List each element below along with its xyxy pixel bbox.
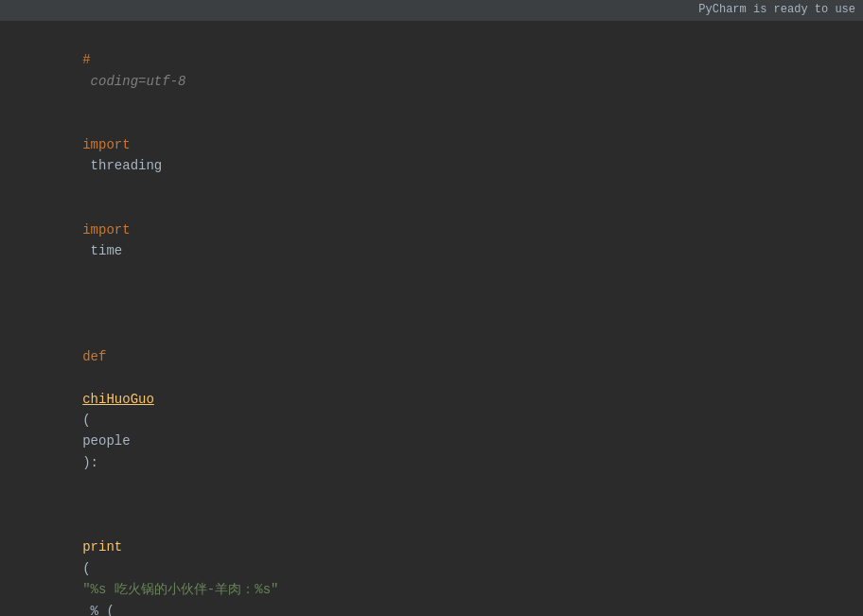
code-line-3: import time (15, 198, 863, 283)
paren-open: ( (82, 413, 90, 428)
hash-symbol: # (82, 52, 90, 67)
indent (82, 519, 114, 534)
code-line-4 (15, 283, 863, 304)
code-line-2: import threading (15, 114, 863, 199)
code-line-7: print ( "%s 吃火锅的小伙伴-羊肉：%s" % ( time . ct… (15, 495, 863, 616)
module-threading: threading (82, 158, 162, 173)
code-line-1: # coding=utf-8 (15, 28, 863, 114)
editor-container: PyCharm is ready to use # coding=utf-8 i… (0, 0, 863, 616)
module-time: time (82, 243, 122, 258)
func-print: print (82, 539, 122, 554)
string-1: "%s 吃火锅的小伙伴-羊肉：%s" (82, 582, 278, 597)
paren: ( (82, 561, 90, 576)
paren-close: ): (82, 455, 98, 470)
code-line-5 (15, 304, 863, 325)
keyword-def: def (82, 349, 106, 364)
keyword-import2: import (82, 222, 130, 238)
keyword-import: import (82, 137, 130, 152)
title-bar: PyCharm is ready to use (0, 0, 863, 21)
param-people: people (82, 433, 130, 449)
title-bar-text: PyCharm is ready to use (698, 1, 855, 19)
code-line-6: def chiHuoGuo ( people ): (15, 325, 863, 494)
operator-percent: % ( (82, 604, 114, 616)
comment-text: coding=utf-8 (82, 74, 185, 89)
func-name-chihuoguo: chiHuoGuo (82, 392, 154, 407)
code-area[interactable]: # coding=utf-8 import threading import t… (0, 21, 863, 616)
space (82, 370, 90, 385)
